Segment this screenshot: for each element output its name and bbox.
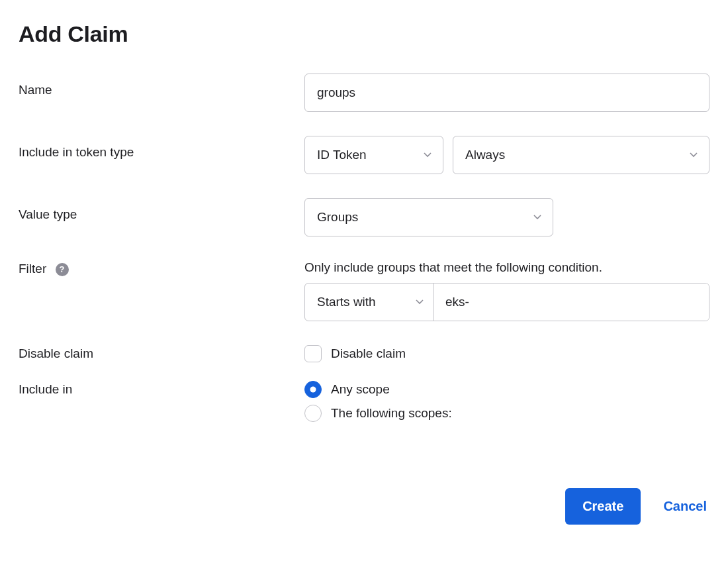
name-label: Name <box>19 74 304 97</box>
include-in-following-radio[interactable] <box>304 405 322 422</box>
value-type-label: Value type <box>19 198 304 222</box>
disable-claim-checkbox[interactable] <box>304 345 322 362</box>
chevron-down-icon <box>533 213 542 222</box>
include-in-any-radio[interactable] <box>304 381 322 398</box>
token-condition-value: Always <box>465 148 505 162</box>
token-type-select[interactable]: ID Token <box>304 136 443 174</box>
disable-claim-checkbox-label: Disable claim <box>331 346 406 361</box>
filter-operator-value: Starts with <box>317 295 376 309</box>
filter-operator-select[interactable]: Starts with <box>305 284 433 321</box>
chevron-down-icon <box>423 150 432 160</box>
filter-combo: Starts with <box>304 283 709 321</box>
token-type-label: Include in token type <box>19 136 304 160</box>
chevron-down-icon <box>416 299 424 305</box>
filter-value-input[interactable] <box>433 284 709 321</box>
include-in-following-label: The following scopes: <box>331 406 452 421</box>
value-type-select[interactable]: Groups <box>304 198 553 236</box>
token-condition-select[interactable]: Always <box>453 136 709 174</box>
include-in-label: Include in <box>19 381 304 397</box>
help-icon[interactable]: ? <box>56 263 69 276</box>
filter-label: Filter <box>19 262 46 276</box>
include-in-any-label: Any scope <box>331 382 390 397</box>
disable-claim-label: Disable claim <box>19 345 304 361</box>
value-type-value: Groups <box>317 210 358 225</box>
page-title: Add Claim <box>19 21 709 47</box>
name-input[interactable] <box>304 74 709 112</box>
chevron-down-icon <box>689 150 698 160</box>
cancel-button[interactable]: Cancel <box>663 499 707 514</box>
filter-helper-text: Only include groups that meet the follow… <box>304 260 709 275</box>
create-button[interactable]: Create <box>565 488 641 525</box>
token-type-value: ID Token <box>317 148 367 162</box>
